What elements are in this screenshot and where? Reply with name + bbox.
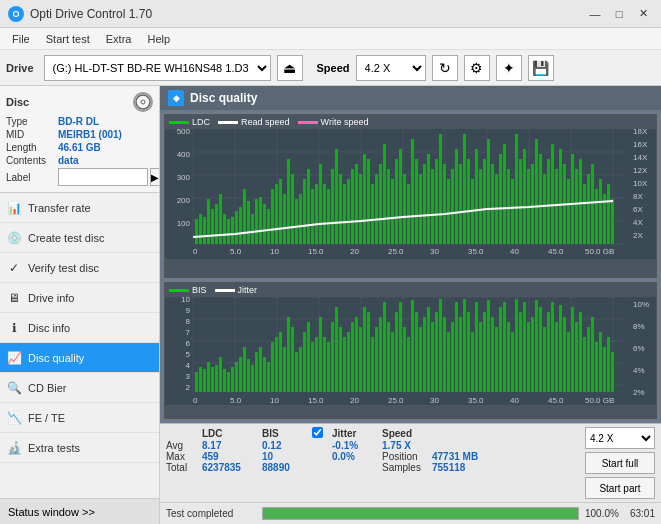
svg-rect-255 [559,305,562,392]
drive-label: Drive [6,62,34,74]
menu-start-test[interactable]: Start test [38,31,98,47]
svg-text:25.0: 25.0 [388,247,404,256]
svg-rect-45 [303,179,306,244]
top-chart: LDC Read speed Write speed [164,114,657,278]
fe-te-icon: 📉 [6,410,22,426]
svg-rect-25 [223,214,226,244]
svg-rect-245 [519,312,522,392]
status-text: Test completed [166,508,256,519]
avg-label: Avg [166,440,202,451]
read-speed-color [218,121,238,124]
svg-rect-221 [423,317,426,392]
bottom-chart: BIS Jitter [164,282,657,419]
svg-rect-74 [419,174,422,244]
nav-drive-info[interactable]: 🖥 Drive info [0,283,159,313]
start-part-button[interactable]: Start part [585,477,655,499]
svg-rect-250 [539,307,542,392]
app-title: Opti Drive Control 1.70 [30,7,152,21]
erase-button[interactable]: ✦ [496,55,522,81]
disc-contents-value: data [58,155,79,166]
svg-rect-82 [451,169,454,244]
stats-total-row: Total 6237835 88890 Samples 755118 [166,462,567,473]
save-button[interactable]: 💾 [528,55,554,81]
eject-button[interactable]: ⏏ [277,55,303,81]
svg-rect-195 [319,317,322,392]
quality-speed-select[interactable]: 4.2 X [585,427,655,449]
nav-verify-test-disc[interactable]: ✓ Verify test disc [0,253,159,283]
minimize-button[interactable]: — [585,4,605,24]
nav-cd-bier[interactable]: 🔍 CD Bier [0,373,159,403]
svg-point-0 [136,95,150,109]
svg-text:4%: 4% [633,366,645,375]
svg-rect-32 [251,214,254,244]
svg-rect-184 [275,337,278,392]
nav-create-test-disc[interactable]: 💿 Create test disc [0,223,159,253]
disc-info-icon: ℹ [6,320,22,336]
svg-rect-194 [315,337,318,392]
svg-rect-225 [439,299,442,392]
svg-rect-267 [607,337,610,392]
svg-rect-88 [475,149,478,244]
menu-help[interactable]: Help [139,31,178,47]
svg-rect-92 [491,164,494,244]
nav-extra-tests[interactable]: 🔬 Extra tests [0,433,159,463]
top-chart-svg: 500 400 300 200 100 18X 16X 14X 12X 10X … [165,129,656,259]
jitter-checkbox[interactable] [312,427,323,438]
svg-text:25.0: 25.0 [388,396,404,405]
svg-rect-244 [515,299,518,392]
status-window-button[interactable]: Status window >> [0,498,159,524]
nav-fe-te[interactable]: 📉 FE / TE [0,403,159,433]
svg-rect-173 [231,367,234,392]
write-speed-color [298,121,318,124]
svg-rect-98 [515,134,518,244]
svg-rect-174 [235,362,238,392]
svg-rect-268 [611,352,614,392]
disc-icon[interactable] [133,92,153,112]
svg-rect-84 [459,164,462,244]
svg-rect-121 [607,184,610,244]
svg-text:7: 7 [186,328,191,337]
svg-rect-102 [531,164,534,244]
svg-rect-177 [247,359,250,392]
svg-rect-231 [463,299,466,392]
svg-rect-28 [235,211,238,244]
position-label: Position [382,451,432,462]
svg-rect-41 [287,159,290,244]
disc-quality-title: Disc quality [190,91,257,105]
svg-rect-205 [359,327,362,392]
menu-extra[interactable]: Extra [98,31,140,47]
svg-rect-107 [551,144,554,244]
svg-rect-69 [399,149,402,244]
action-buttons: 4.2 X Start full Start part [575,427,655,499]
settings-button[interactable]: ⚙ [464,55,490,81]
maximize-button[interactable]: □ [609,4,629,24]
svg-rect-48 [315,184,318,244]
svg-rect-215 [399,302,402,392]
nav-disc-info[interactable]: ℹ Disc info [0,313,159,343]
cd-bier-icon: 🔍 [6,380,22,396]
svg-rect-97 [511,179,514,244]
svg-rect-207 [367,312,370,392]
disc-label-go-button[interactable]: ▶ [150,168,160,186]
drive-select[interactable]: (G:) HL-DT-ST BD-RE WH16NS48 1.D3 [44,55,271,81]
disc-panel: Disc Type BD-R DL MID MEIRB1 (001) [0,86,159,193]
svg-rect-46 [307,169,310,244]
svg-rect-237 [487,300,490,392]
avg-bis: 0.12 [262,440,312,451]
disc-quality-header-icon: ◆ [168,90,184,106]
svg-rect-71 [407,184,410,244]
close-button[interactable]: ✕ [633,4,653,24]
bottom-status-bar: Test completed 100.0% 63:01 [160,502,661,524]
disc-label-input[interactable] [58,168,148,186]
svg-rect-196 [323,337,326,392]
menu-file[interactable]: File [4,31,38,47]
refresh-button[interactable]: ↻ [432,55,458,81]
svg-rect-118 [595,189,598,244]
speed-select[interactable]: 4.2 X Max 2.0 X 1.0 X [356,55,426,81]
start-full-button[interactable]: Start full [585,452,655,474]
nav-disc-quality[interactable]: 📈 Disc quality [0,343,159,373]
avg-speed: 1.75 X [382,440,432,451]
svg-rect-251 [543,327,546,392]
svg-rect-257 [567,332,570,392]
nav-transfer-rate[interactable]: 📊 Transfer rate [0,193,159,223]
